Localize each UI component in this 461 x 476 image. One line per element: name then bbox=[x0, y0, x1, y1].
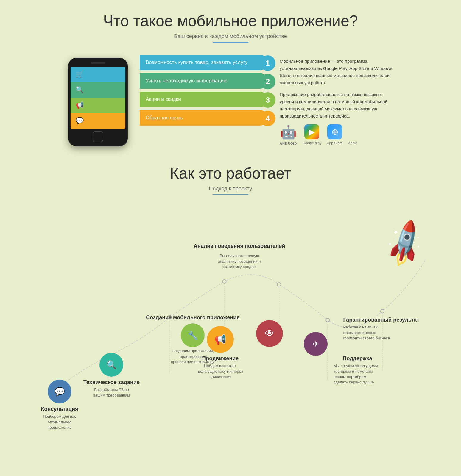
phone-home-button bbox=[93, 131, 103, 142]
svg-point-8 bbox=[222, 280, 226, 283]
title-divider bbox=[213, 42, 248, 43]
description-1: Мобильное приложение — это программа, ус… bbox=[280, 58, 393, 86]
main-title: Что такое мобильное приложение? bbox=[18, 12, 443, 30]
feature-bar-4-text: Обратная связь bbox=[146, 115, 183, 121]
feature-num-2: 2 bbox=[260, 74, 275, 89]
search-icon: 🔍 bbox=[71, 82, 88, 98]
workflow-diagram: 💬 Консультация Подберем для вас оптималь… bbox=[18, 207, 443, 445]
feature-bar-1-text: Возможность купить товар, заказать услуг… bbox=[146, 60, 247, 65]
feature-num-4: 4 bbox=[260, 111, 275, 126]
consultation-title: Консультация bbox=[41, 406, 78, 413]
right-description: Мобильное приложение — это программа, ус… bbox=[280, 55, 393, 145]
rocket-icon: 🚀 bbox=[378, 217, 432, 271]
node-tech: 🔍 Техническое задание Разработаем ТЗ по … bbox=[83, 353, 140, 398]
feature-num-3: 3 bbox=[260, 92, 275, 108]
phone-row-4: 💬 bbox=[71, 113, 125, 129]
megaphone-icon: 📢 bbox=[71, 98, 88, 113]
node-promotion: 📢 Продвижение Найдем клиентов, делающих … bbox=[197, 326, 244, 380]
app-store-icon: ⊕ bbox=[327, 124, 342, 139]
phone-row-3: 📢 bbox=[71, 98, 125, 113]
feature-num-1: 1 bbox=[260, 55, 275, 71]
apple-label: Apple bbox=[348, 141, 357, 145]
svg-point-9 bbox=[277, 283, 281, 286]
analysis-title: Анализ поведения пользователей bbox=[194, 243, 285, 250]
tech-circle: 🔍 bbox=[99, 353, 123, 377]
android-label: ANDROID bbox=[280, 142, 297, 145]
promotion-title: Продвижение bbox=[202, 355, 239, 362]
features-layout: 🛒 🔍 📢 💬 Возможность купить товар, заказа… bbox=[18, 55, 443, 146]
feature-bar-container-3: Акции и скидки 3 bbox=[140, 92, 268, 108]
phone-screen: 🛒 🔍 📢 💬 bbox=[71, 67, 125, 129]
google-play-store: ▶ Google play bbox=[302, 124, 321, 145]
google-play-label: Google play bbox=[302, 141, 321, 145]
description-2: Приложение разрабатывается на языке высо… bbox=[280, 91, 393, 120]
promotion-desc: Найдем клиентов, делающих покупки через … bbox=[197, 363, 244, 380]
feature-bar-container-1: Возможность купить товар, заказать услуг… bbox=[140, 55, 268, 71]
support-title: Поддержка bbox=[342, 355, 372, 362]
phone-mockup: 🛒 🔍 📢 💬 bbox=[68, 58, 128, 146]
feature-bar-container-2: Узнать необходимую информацию 2 bbox=[140, 73, 268, 90]
feature-bar-3-text: Акции и скидки bbox=[146, 96, 181, 102]
section-what-is-app: Что такое мобильное приложение? Ваш серв… bbox=[0, 0, 461, 152]
feature-bar-1: Возможность купить товар, заказать услуг… bbox=[140, 55, 268, 70]
android-store: 🤖 ANDROID bbox=[280, 124, 297, 145]
consultation-circle: 💬 bbox=[48, 380, 71, 403]
feature-bars: Возможность купить товар, заказать услуг… bbox=[140, 55, 268, 129]
app-store: ⊕ App Store bbox=[327, 124, 342, 145]
tech-desc: Разработаем ТЗ по вашим требованиям bbox=[88, 387, 135, 398]
result-title: Гарантированный результат bbox=[343, 317, 419, 323]
cart-icon: 🛒 bbox=[71, 67, 88, 82]
app-store-label: App Store bbox=[327, 141, 342, 145]
feature-bar-4: Обратная связь bbox=[140, 110, 268, 126]
section2-sub: Подход к проекту bbox=[18, 186, 443, 192]
tech-title: Техническое задание bbox=[83, 379, 140, 386]
chat-icon: 💬 bbox=[71, 113, 88, 129]
support-desc: Мы следим за текущими трендами и помогае… bbox=[334, 363, 381, 385]
node-eye: 👁 bbox=[256, 320, 283, 347]
result-desc: Работая с нами, вы открываете новые гори… bbox=[343, 325, 391, 341]
feature-bar-container-4: Обратная связь 4 bbox=[140, 110, 268, 127]
svg-point-10 bbox=[326, 318, 329, 322]
phone-row-2: 🔍 bbox=[71, 82, 125, 98]
store-icons: 🤖 ANDROID ▶ Google play ⊕ App Store Appl… bbox=[280, 124, 393, 145]
feature-bar-3: Акции и скидки bbox=[140, 92, 268, 107]
apple-store: Apple bbox=[348, 139, 357, 145]
node-consultation: 💬 Консультация Подберем для вас оптималь… bbox=[36, 380, 83, 430]
phone-row-1: 🛒 bbox=[71, 67, 125, 82]
analysis-desc: Вы получаете полную аналитику посещений … bbox=[216, 253, 263, 270]
support-circle: ✈ bbox=[304, 332, 328, 356]
section2-divider bbox=[213, 194, 248, 195]
google-play-icon: ▶ bbox=[304, 124, 319, 139]
feature-bar-2: Узнать необходимую информацию bbox=[140, 73, 268, 89]
phone-speaker bbox=[91, 62, 105, 64]
eye-circle: 👁 bbox=[256, 320, 283, 347]
node-support: ✈ bbox=[304, 332, 328, 356]
creation-title: Создание мобильного приложения bbox=[146, 314, 240, 321]
svg-point-11 bbox=[381, 309, 384, 313]
promotion-circle: 📢 bbox=[207, 326, 234, 353]
feature-bar-2-text: Узнать необходимую информацию bbox=[146, 78, 228, 84]
consultation-desc: Подберем для вас оптимальное предложение bbox=[36, 414, 83, 430]
sub-title: Ваш сервис в каждом мобильном устройстве bbox=[18, 33, 443, 40]
node-result: Гарантированный результат Работая с нами… bbox=[343, 314, 419, 341]
node-analysis: Анализ поведения пользователей Вы получа… bbox=[194, 243, 285, 270]
section2-title: Как это работает bbox=[18, 164, 443, 182]
section-how-it-works: Как это работает Подход к проекту 💬 К bbox=[0, 152, 461, 451]
support-label: Поддержка Мы следим за текущими трендами… bbox=[334, 353, 381, 385]
android-icon: 🤖 bbox=[280, 124, 297, 140]
